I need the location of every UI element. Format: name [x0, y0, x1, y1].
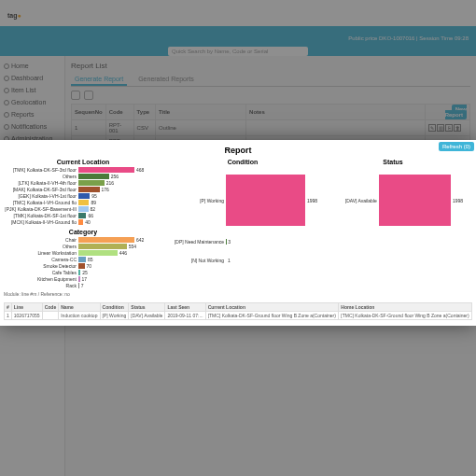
modal-title: Report: [4, 146, 472, 155]
bar-row: Smoke Detector70: [4, 263, 162, 269]
col-header[interactable]: Last Seen: [165, 303, 205, 312]
refresh-button[interactable]: Refresh (0): [439, 142, 474, 151]
chart-location-title: Current Location: [4, 159, 162, 165]
bar-row: [MAK] Kolkata-DK-SF-3rd floor176: [4, 187, 162, 192]
chart-status: [DAV] Available1998: [323, 167, 463, 239]
bar-row: Linear Workstation446: [4, 250, 162, 256]
bar-row: Rack7: [4, 283, 162, 288]
col-header[interactable]: Home Location: [339, 303, 472, 312]
bar-row: [GEK] Kolkata-I-VH-1st floor95: [4, 193, 162, 199]
chart-location: [TMK] Kolkata-DK-SF-3rd floor468Others25…: [4, 167, 162, 225]
bar-row: Chair642: [4, 237, 162, 243]
chart-category-title: Category: [4, 229, 162, 235]
col-header[interactable]: Code: [42, 303, 59, 312]
bar-row: Others554: [4, 244, 162, 249]
bar-row: Kitchen Equipment17: [4, 276, 162, 282]
bar-row: [MCK] Kolkata-II-VH-Ground flo40: [4, 219, 162, 225]
table-row[interactable]: 11026717055Induction cooktop[P] Working[…: [5, 312, 472, 320]
bar-row: Cafe Tables25: [4, 270, 162, 275]
chart-category: Chair642Others554Linear Workstation446Ca…: [4, 237, 162, 288]
col-header[interactable]: Current Location: [205, 303, 339, 312]
bar-row: [TMK] Kolkata-DK-SF-1st floor66: [4, 213, 162, 218]
col-header[interactable]: Name: [59, 303, 100, 312]
bar-row: [TMK] Kolkata-DK-SF-3rd floor468: [4, 167, 162, 173]
col-header[interactable]: Status: [129, 303, 165, 312]
bar-row: [P] Working1998: [168, 175, 317, 226]
bar-row: [DAV] Available1998: [323, 175, 463, 226]
bar-row: [PJK] Kolkata-DK-SF-Basement-III82: [4, 206, 162, 212]
chart-condition: [P] Working1998[DP] Need Maintenance3[N]…: [168, 167, 317, 276]
bar-row: [LTK] Kolkata-II-VH-4th floor216: [4, 180, 162, 186]
modal-data-table: #LineCodeNameConditionStatusLast SeenCur…: [4, 302, 472, 320]
col-header[interactable]: Line: [11, 303, 42, 312]
bar-row: Others256: [4, 174, 162, 179]
col-header[interactable]: Condition: [100, 303, 129, 312]
chart-condition-title: Condition: [168, 159, 317, 165]
bar-row: [TMC] Kolkata-I-VH-Ground flo89: [4, 200, 162, 205]
col-header[interactable]: #: [5, 303, 12, 312]
chart-status-title: Status: [323, 159, 463, 165]
report-modal: Refresh (0) Report Current Location [TMK…: [0, 140, 476, 326]
modal-footnote: Module: line #m / Reference: no: [4, 291, 472, 297]
bar-row: [N] Not Working1: [168, 258, 317, 263]
bar-row: Camera-CC85: [4, 257, 162, 262]
bar-row: [DP] Need Maintenance3: [168, 239, 317, 245]
